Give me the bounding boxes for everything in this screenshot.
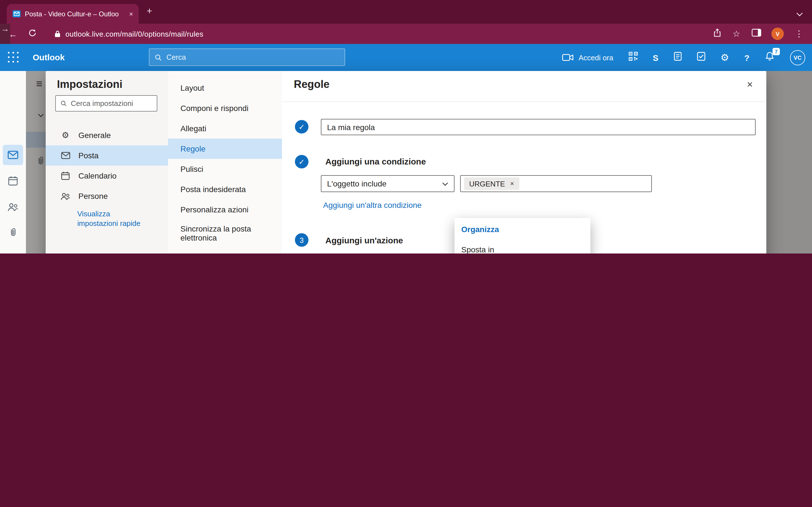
category-persone[interactable]: Persone bbox=[46, 186, 168, 206]
rule-name-input[interactable] bbox=[321, 119, 756, 135]
side-panel-icon[interactable] bbox=[752, 29, 761, 39]
help-icon[interactable]: ? bbox=[744, 53, 749, 62]
chip-label: URGENTE bbox=[469, 179, 505, 188]
app-launcher-icon[interactable] bbox=[8, 52, 19, 63]
qr-code-icon[interactable] bbox=[628, 52, 638, 63]
share-icon[interactable] bbox=[713, 28, 721, 40]
rail-todo-icon[interactable]: ✓ bbox=[3, 248, 23, 253]
add-condition-link[interactable]: Aggiungi un'altra condizione bbox=[323, 201, 421, 210]
new-tab-button[interactable]: + bbox=[147, 6, 152, 17]
search-icon bbox=[154, 53, 162, 61]
notifications-bell-icon[interactable]: 7 bbox=[765, 51, 775, 64]
step1-check-circle: ✓ bbox=[295, 120, 308, 133]
action-heading: Aggiungi un'azione bbox=[325, 235, 403, 245]
suite-search-input[interactable] bbox=[166, 53, 340, 61]
screen: Posta - Video Cultur-e – Outloo × + ← → … bbox=[0, 0, 812, 253]
category-generale[interactable]: ⚙ Generale bbox=[46, 125, 168, 145]
check-icon: ✓ bbox=[299, 158, 305, 166]
browser-toolbar: ← → outlook.live.com/mail/0/options/mail… bbox=[0, 24, 812, 44]
section-pulisci[interactable]: Pulisci bbox=[168, 159, 282, 179]
bookmark-star-icon[interactable]: ☆ bbox=[731, 29, 742, 39]
address-bar-url[interactable]: outlook.live.com/mail/0/options/mail/rul… bbox=[65, 30, 203, 38]
settings-search-box[interactable] bbox=[55, 95, 157, 112]
outlook-favicon-icon bbox=[12, 10, 21, 18]
step2-check-circle: ✓ bbox=[295, 155, 308, 168]
settings-search-input[interactable] bbox=[71, 99, 152, 108]
category-calendario[interactable]: Calendario bbox=[46, 166, 168, 186]
browser-tab[interactable]: Posta - Video Cultur-e – Outloo × bbox=[7, 4, 139, 24]
category-posta[interactable]: Posta bbox=[46, 145, 168, 166]
action-dropdown-menu: Organizza Sposta in Copia in Elimina Agg… bbox=[455, 218, 591, 253]
step3-number: 3 bbox=[300, 236, 304, 244]
signin-label: Accedi ora bbox=[578, 53, 613, 62]
condition-chip: URGENTE × bbox=[464, 177, 519, 190]
section-posta-indesiderata[interactable]: Posta indesiderata bbox=[168, 179, 282, 200]
suite-search-box[interactable] bbox=[149, 48, 345, 66]
calendar-icon bbox=[60, 171, 70, 180]
notification-badge: 7 bbox=[772, 48, 780, 55]
section-componi[interactable]: Componi e rispondi bbox=[168, 98, 282, 118]
reload-icon[interactable] bbox=[27, 29, 37, 39]
quick-settings-link[interactable]: Visualizza impostazioni rapide bbox=[77, 210, 153, 229]
suite-header: Outlook Accedi ora S ⚙ ? 7 bbox=[0, 44, 812, 71]
tab-title: Posta - Video Cultur-e – Outloo bbox=[25, 10, 125, 18]
window-chevron-icon[interactable] bbox=[796, 8, 803, 18]
browser-titlebar: Posta - Video Cultur-e – Outloo × + bbox=[0, 0, 812, 24]
rail-attachments-icon[interactable] bbox=[3, 222, 23, 242]
browser-profile-avatar[interactable]: V bbox=[771, 27, 784, 40]
section-gestione-messaggi[interactable]: Gestione messaggi bbox=[168, 247, 282, 253]
category-label: Posta bbox=[79, 151, 99, 160]
menu-header-organizza: Organizza bbox=[455, 219, 591, 239]
category-label: Persone bbox=[79, 191, 108, 201]
browser-menu-icon[interactable]: ⋮ bbox=[794, 29, 804, 39]
settings-sidebar: Impostazioni ⚙ Generale Posta bbox=[46, 71, 168, 253]
menu-item-sposta-in[interactable]: Sposta in bbox=[455, 239, 591, 253]
tasks-icon[interactable] bbox=[697, 52, 705, 63]
gear-icon: ⚙ bbox=[60, 130, 70, 140]
settings-categories: ⚙ Generale Posta Calendario bbox=[46, 125, 168, 206]
condition-select[interactable]: L'oggetto include bbox=[321, 175, 455, 192]
settings-gear-icon[interactable]: ⚙ bbox=[720, 53, 729, 62]
rules-header: Regole × bbox=[282, 71, 766, 102]
app-rail: ✓ W X P ☁ bbox=[0, 71, 26, 253]
condition-select-value: L'oggetto include bbox=[327, 179, 442, 188]
account-avatar[interactable]: VC bbox=[790, 50, 805, 65]
meet-now-signin[interactable]: Accedi ora bbox=[562, 53, 613, 62]
section-allegati[interactable]: Allegati bbox=[168, 118, 282, 138]
settings-sections: Layout Componi e rispondi Allegati Regol… bbox=[168, 71, 282, 253]
close-icon[interactable]: × bbox=[747, 79, 753, 91]
chevron-down-icon bbox=[442, 182, 448, 186]
section-layout[interactable]: Layout bbox=[168, 78, 282, 98]
section-personalizza-azioni[interactable]: Personalizza azioni bbox=[168, 200, 282, 220]
section-regole[interactable]: Regole bbox=[168, 138, 282, 159]
category-label: Generale bbox=[79, 131, 111, 140]
tab-close-icon[interactable]: × bbox=[129, 10, 133, 18]
step3-circle: 3 bbox=[295, 233, 308, 247]
section-sincronizza[interactable]: Sincronizza la posta elettronica bbox=[168, 220, 282, 247]
settings-modal: Impostazioni ⚙ Generale Posta bbox=[46, 71, 766, 253]
mail-icon bbox=[60, 152, 70, 159]
search-icon bbox=[60, 100, 67, 107]
rail-people-icon[interactable] bbox=[3, 196, 23, 217]
rail-calendar-icon[interactable] bbox=[3, 171, 23, 191]
onenote-icon[interactable] bbox=[673, 52, 681, 63]
lock-icon[interactable] bbox=[54, 30, 61, 38]
forward-icon[interactable]: → bbox=[0, 24, 10, 44]
app-name: Outlook bbox=[33, 52, 64, 62]
people-icon bbox=[60, 192, 70, 200]
condition-heading: Aggiungi una condizione bbox=[325, 157, 426, 166]
check-icon: ✓ bbox=[299, 122, 305, 131]
chip-remove-icon[interactable]: × bbox=[510, 180, 514, 187]
video-camera-icon bbox=[562, 54, 573, 61]
settings-title: Impostazioni bbox=[57, 78, 122, 91]
condition-value-box[interactable]: URGENTE × bbox=[460, 175, 652, 192]
category-label: Calendario bbox=[79, 171, 116, 180]
rules-title: Regole bbox=[294, 78, 329, 91]
skype-icon[interactable]: S bbox=[653, 53, 658, 62]
rail-mail-icon[interactable] bbox=[3, 145, 23, 165]
